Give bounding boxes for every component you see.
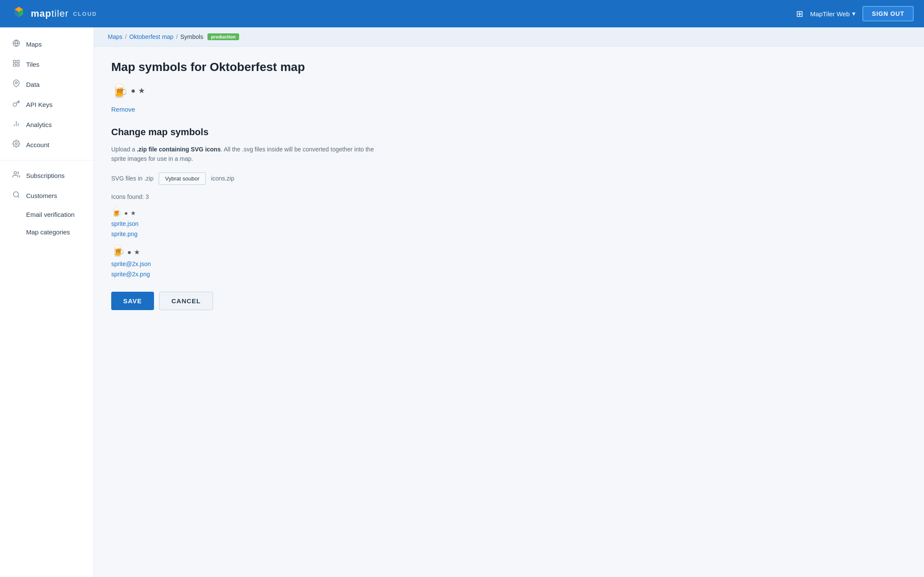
sidebar-item-customers[interactable]: Customers [0, 186, 94, 206]
upload-description: Upload a .zip file containing SVG icons.… [111, 145, 376, 164]
svg-rect-5 [13, 64, 15, 66]
circle-dot-icon-2x: ● [127, 249, 132, 256]
breadcrumb: Maps / Oktoberfest map / Symbols product… [94, 27, 924, 47]
upload-desc-prefix: Upload a [111, 146, 137, 153]
sidebar-item-analytics[interactable]: Analytics [0, 115, 94, 135]
maps-icon [12, 39, 21, 49]
sprite-json-link[interactable]: sprite.json [111, 219, 445, 229]
svg-point-13 [13, 192, 18, 197]
circle-dot-icon-large: ● [131, 86, 136, 95]
svg-line-14 [18, 196, 19, 197]
svg-point-12 [14, 172, 17, 174]
beer-mug-icon-2x: 🍺 [111, 244, 125, 257]
file-input-label: SVG files in .zip [111, 175, 154, 182]
svg-rect-3 [13, 60, 15, 62]
maptiler-logo-icon [10, 5, 27, 22]
chevron-down-icon: ▾ [852, 10, 856, 18]
breadcrumb-map-link[interactable]: Oktoberfest map [129, 33, 174, 40]
beer-mug-icon-large: 🍺 [111, 83, 128, 99]
sidebar-label-subscriptions: Subscriptions [26, 172, 65, 179]
cancel-button[interactable]: CANCEL [159, 292, 213, 310]
file-name-display: icons.zip [211, 175, 234, 182]
sidebar-label-account: Account [26, 141, 49, 148]
sidebar-item-tiles[interactable]: Tiles [0, 54, 94, 74]
star-icon-large: ★ [138, 86, 145, 95]
section-title: Change map symbols [111, 127, 445, 138]
action-buttons: SAVE CANCEL [111, 292, 445, 324]
sidebar-item-api-keys[interactable]: API Keys [0, 95, 94, 115]
sidebar-label-analytics: Analytics [26, 121, 52, 128]
sign-out-button[interactable]: SIGN OUT [862, 6, 914, 21]
account-name: MapTiler Web [810, 10, 850, 18]
icons-found-label: Icons found: 3 [111, 193, 445, 200]
header: maptiler CLOUD ⊞ MapTiler Web ▾ SIGN OUT [0, 0, 924, 27]
sidebar-label-customers: Customers [26, 192, 57, 199]
layout: Maps Tiles Data API Keys Analytics [0, 27, 924, 577]
page-title: Map symbols for Oktoberfest map [111, 60, 445, 74]
sprite-2x-json-link[interactable]: sprite@2x.json [111, 259, 445, 269]
page-content: Map symbols for Oktoberfest map 🍺 ● ★ Re… [94, 47, 462, 337]
remove-link[interactable]: Remove [111, 106, 135, 113]
sprite-png-link[interactable]: sprite.png [111, 229, 445, 240]
sidebar-item-map-categories[interactable]: Map categories [0, 223, 94, 241]
customers-icon [12, 191, 21, 201]
logo-text: maptiler [31, 8, 69, 19]
breadcrumb-current: Symbols [181, 33, 204, 40]
svg-point-7 [15, 82, 18, 84]
apps-grid-icon[interactable]: ⊞ [796, 9, 803, 19]
star-icon-small: ★ [130, 210, 136, 216]
svg-rect-4 [17, 60, 19, 62]
sidebar-item-account[interactable]: Account [0, 135, 94, 155]
sidebar-label-data: Data [26, 81, 40, 88]
sidebar-label-email-verification: Email verification [26, 211, 74, 218]
sprite-2x-icons: 🍺 ● ★ [111, 244, 445, 257]
beer-mug-icon-small: 🍺 [111, 207, 122, 217]
sidebar-label-api-keys: API Keys [26, 101, 53, 108]
header-right: ⊞ MapTiler Web ▾ SIGN OUT [796, 6, 914, 21]
file-input-row: SVG files in .zip Vybrat soubor icons.zi… [111, 172, 445, 185]
sidebar: Maps Tiles Data API Keys Analytics [0, 27, 94, 577]
sidebar-label-tiles: Tiles [26, 61, 39, 68]
circle-dot-icon-small: ● [124, 210, 128, 216]
tiles-icon [12, 59, 21, 69]
data-icon [12, 80, 21, 89]
breadcrumb-sep-1: / [125, 33, 127, 40]
account-selector[interactable]: MapTiler Web ▾ [810, 10, 856, 18]
sprite-2x-png-link[interactable]: sprite@2x.png [111, 269, 445, 280]
sprite-2x-row: 🍺 ● ★ sprite@2x.json sprite@2x.png [111, 244, 445, 280]
sidebar-label-map-categories: Map categories [26, 228, 70, 236]
subscriptions-icon [12, 171, 21, 180]
sidebar-divider [0, 160, 94, 160]
account-icon [12, 140, 21, 150]
sidebar-item-data[interactable]: Data [0, 74, 94, 95]
sidebar-label-maps: Maps [26, 41, 42, 48]
save-button[interactable]: SAVE [111, 292, 154, 310]
current-sprite-preview: 🍺 ● ★ [111, 83, 445, 99]
main-content: Maps / Oktoberfest map / Symbols product… [94, 27, 924, 577]
star-icon-2x: ★ [134, 249, 140, 256]
file-choose-button[interactable]: Vybrat soubor [159, 172, 206, 185]
analytics-icon [12, 120, 21, 130]
sidebar-item-maps[interactable]: Maps [0, 34, 94, 54]
production-badge: production [207, 33, 239, 40]
breadcrumb-maps-link[interactable]: Maps [108, 33, 122, 40]
sidebar-item-subscriptions[interactable]: Subscriptions [0, 166, 94, 186]
logo: maptiler CLOUD [10, 5, 97, 22]
sprite-1x-icons: 🍺 ● ★ [111, 207, 445, 217]
logo-cloud-text: CLOUD [73, 11, 97, 17]
breadcrumb-sep-2: / [176, 33, 178, 40]
upload-desc-bold: .zip file containing SVG icons [137, 146, 221, 153]
sidebar-item-email-verification[interactable]: Email verification [0, 206, 94, 223]
api-keys-icon [12, 100, 21, 109]
svg-point-11 [15, 143, 18, 145]
svg-rect-6 [17, 64, 19, 66]
sprite-1x-row: 🍺 ● ★ sprite.json sprite.png [111, 207, 445, 240]
